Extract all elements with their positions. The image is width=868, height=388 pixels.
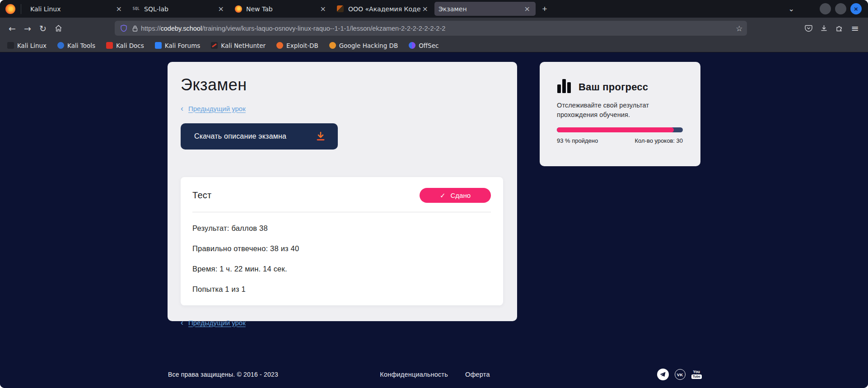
- bookmark-offsec[interactable]: OffSec: [409, 42, 439, 49]
- menu-icon[interactable]: ≡: [851, 21, 859, 36]
- tab-title: Экзамен: [439, 5, 523, 13]
- bookmark-exploit-db[interactable]: Exploit-DB: [276, 42, 318, 49]
- bookmark-kali-forums[interactable]: Kali Forums: [155, 42, 201, 49]
- bookmark-kali-tools[interactable]: Kali Tools: [57, 42, 95, 49]
- copyright-text: Все права защищены. © 2016 - 2023: [168, 371, 278, 378]
- chevron-left-icon: ‹: [181, 104, 183, 112]
- forward-button[interactable]: →: [20, 21, 35, 36]
- page-footer: Все права защищены. © 2016 - 2023 Конфид…: [168, 361, 702, 388]
- kali-tools-icon: [57, 42, 64, 49]
- progress-title: Ваш прогресс: [579, 81, 648, 93]
- download-icon: [315, 131, 326, 142]
- passed-badge: ✓ Сдано: [420, 188, 491, 203]
- passed-badge-label: Сдано: [451, 192, 471, 199]
- offsec-icon: [409, 42, 415, 49]
- url-text: https://codeby.school/training/view/kurs…: [141, 25, 736, 32]
- site-favicon: [336, 5, 344, 13]
- browser-window: Kali Linux × SQL SQL-lab × New Tab × ООО…: [0, 0, 868, 388]
- pocket-icon[interactable]: [805, 24, 812, 32]
- progress-card: Ваш прогресс Отслеживайте свой результат…: [540, 62, 700, 166]
- previous-lesson-link-top[interactable]: ‹ Предыдущий урок: [181, 104, 503, 112]
- reload-button[interactable]: ↻: [35, 21, 51, 36]
- lock-icon: [132, 25, 138, 32]
- previous-lesson-label: Предыдущий урок: [188, 105, 246, 112]
- downloads-icon[interactable]: [820, 24, 828, 32]
- exam-card: Экзамен ‹ Предыдущий урок Скачать описан…: [168, 62, 517, 321]
- progress-description: Отслеживайте свой результат прохождения …: [557, 101, 670, 120]
- lessons-count-label: Кол-во уроков: 30: [635, 137, 683, 144]
- home-button[interactable]: [51, 21, 66, 36]
- telegram-icon[interactable]: [657, 369, 669, 380]
- download-exam-description-button[interactable]: Скачать описание экзамна: [181, 123, 338, 150]
- progress-bar: [557, 127, 683, 132]
- progress-percent-label: 93 % пройдено: [557, 137, 598, 144]
- close-icon[interactable]: ×: [319, 5, 327, 14]
- tab-title: Kali Linux: [30, 5, 115, 13]
- extensions-icon[interactable]: [835, 24, 843, 32]
- bookmarks-toolbar: Kali Linux Kali Tools Kali Docs Kali For…: [0, 39, 868, 52]
- google-hacking-db-icon: [329, 42, 336, 49]
- chevron-left-icon: ‹: [181, 318, 183, 327]
- firefox-favicon: [234, 5, 242, 13]
- tab-kali-linux[interactable]: Kali Linux ×: [26, 2, 127, 16]
- back-button[interactable]: ←: [5, 21, 20, 36]
- url-bar[interactable]: https://codeby.school/training/view/kurs…: [115, 21, 747, 36]
- kali-forums-icon: [155, 42, 162, 49]
- previous-lesson-link-bottom[interactable]: ‹ Предыдущий урок: [181, 318, 503, 327]
- tab-new-tab[interactable]: New Tab ×: [230, 2, 331, 16]
- window-controls: ×: [820, 3, 862, 14]
- offer-link[interactable]: Оферта: [465, 371, 490, 378]
- page-content: Экзамен ‹ Предыдущий урок Скачать описан…: [0, 52, 868, 388]
- progress-bar-fill: [557, 127, 674, 132]
- close-icon[interactable]: ×: [217, 5, 225, 14]
- maximize-button[interactable]: [835, 3, 846, 14]
- minimize-button[interactable]: [820, 3, 831, 14]
- close-icon[interactable]: ×: [115, 5, 123, 14]
- bookmark-kali-nethunter[interactable]: Kali NetHunter: [211, 42, 266, 49]
- tab-title: ООО «Академия Кодеба: [348, 5, 421, 13]
- tab-akademiya-codeby[interactable]: ООО «Академия Кодеба ×: [332, 2, 434, 16]
- vk-icon[interactable]: VK: [675, 369, 686, 380]
- window-close-button[interactable]: ×: [850, 3, 862, 14]
- bookmark-kali-linux[interactable]: Kali Linux: [7, 42, 47, 49]
- kali-nethunter-icon: [211, 42, 218, 49]
- tab-title: SQL-lab: [144, 5, 217, 13]
- download-button-label: Скачать описание экзамна: [194, 132, 286, 140]
- navigation-toolbar: ← → ↻ https://codeby.school/training/vie…: [0, 18, 868, 39]
- social-links: VK You Tube: [657, 369, 702, 380]
- page-title: Экзамен: [181, 75, 503, 94]
- close-icon[interactable]: ×: [523, 5, 532, 14]
- bookmark-google-hacking-db[interactable]: Google Hacking DB: [329, 42, 398, 49]
- exploit-db-icon: [276, 42, 283, 49]
- firefox-logo-icon: [5, 4, 15, 14]
- close-icon[interactable]: ×: [421, 5, 429, 14]
- result-attempt-line: Попытка 1 из 1: [192, 285, 491, 294]
- kali-docs-icon: [106, 42, 113, 49]
- privacy-link[interactable]: Конфиденциальность: [380, 371, 448, 378]
- bar-chart-icon: [557, 78, 572, 93]
- kali-linux-icon: [7, 42, 14, 49]
- list-all-tabs-button[interactable]: ⌄: [786, 5, 797, 13]
- tab-strip: Kali Linux × SQL SQL-lab × New Tab × ООО…: [0, 0, 868, 18]
- tab-ekzamen-active[interactable]: Экзамен ×: [434, 2, 536, 16]
- bookmark-kali-docs[interactable]: Kali Docs: [106, 42, 144, 49]
- divider: [21, 4, 21, 14]
- bookmark-star-icon[interactable]: ☆: [736, 24, 742, 33]
- check-icon: ✓: [440, 192, 446, 200]
- previous-lesson-label: Предыдущий урок: [188, 319, 246, 327]
- tab-title: New Tab: [246, 5, 319, 13]
- result-correct-line: Правильно отвечено: 38 из 40: [192, 244, 491, 253]
- divider: [192, 212, 491, 212]
- result-time-line: Время: 1 ч. 22 мин. 14 сек.: [192, 265, 491, 273]
- youtube-icon[interactable]: You Tube: [691, 370, 702, 379]
- sql-favicon: SQL: [132, 5, 140, 13]
- test-result-card: Тест ✓ Сдано Результат: баллов 38 Правил…: [181, 177, 503, 305]
- test-title: Тест: [192, 190, 212, 201]
- tab-sql-lab[interactable]: SQL SQL-lab ×: [128, 2, 229, 16]
- shield-icon: [120, 24, 127, 32]
- new-tab-button[interactable]: +: [538, 2, 551, 16]
- result-score-line: Результат: баллов 38: [192, 224, 491, 233]
